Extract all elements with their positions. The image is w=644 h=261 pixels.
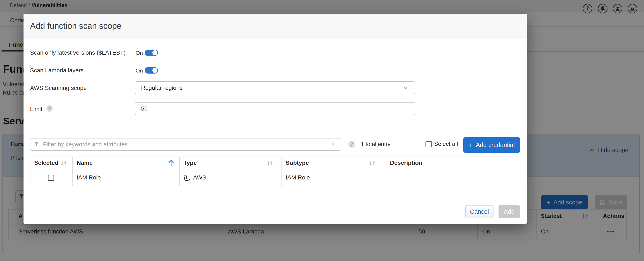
limit-help-icon[interactable]: ? [46,105,53,112]
row-select-checkbox[interactable] [48,175,54,181]
limit-input[interactable]: 50 [135,102,415,115]
scan-layers-toggle[interactable] [145,67,158,74]
col-header-description[interactable]: Description [390,159,422,166]
modal-table-border [520,157,520,186]
amazon-icon: a [183,172,191,182]
modal-table-border [386,157,386,186]
modal-table-border [30,186,520,186]
toggle-knob [152,50,158,55]
cell-name: IAM Role [76,174,101,181]
label-limit: Limit [30,106,42,112]
select-all-checkbox[interactable] [426,141,432,147]
cell-subtype: IAM Role [286,174,310,181]
add-credential-button[interactable]: + Add credential [463,137,520,153]
chevron-down-icon [403,86,408,90]
col-header-name[interactable]: Name [76,159,92,166]
modal-table-border [30,157,520,157]
add-credential-label: Add credential [476,142,515,149]
toggle-state-label: On [136,50,143,56]
toggle-knob [152,68,158,73]
add-button[interactable]: Add [498,205,520,218]
toggle-state-label: On [136,68,143,74]
credentials-filter-input[interactable] [30,138,341,151]
add-function-scan-scope-modal: Add function scan scope Scan only latest… [24,14,527,224]
scan-latest-toggle[interactable] [145,50,158,56]
cancel-button[interactable]: Cancel [465,205,494,218]
filter-funnel-icon [34,141,39,147]
label-scan-latest: Scan only latest versions ($LATEST) [30,49,126,56]
modal-header: Add function scan scope [24,14,527,39]
aws-scanning-scope-select[interactable]: Regular regions [135,81,415,94]
label-aws-scanning-scope: AWS Scanning scope [30,85,87,91]
modal-table-border [179,157,180,186]
modal-table-border [72,157,73,186]
total-entries-label: 1 total entry [361,141,390,148]
clear-filter-icon[interactable]: × [332,141,336,147]
limit-value: 50 [141,105,148,112]
modal-footer-divider [24,198,527,198]
sort-icon[interactable] [266,160,274,167]
add-label: Add [504,208,515,215]
filter-help-icon[interactable]: ? [348,141,356,148]
modal-table-border [30,171,520,171]
plus-icon: + [469,141,473,149]
selected-option: Regular regions [141,85,182,91]
sort-icon[interactable] [60,160,68,167]
sort-icon[interactable] [369,160,376,167]
select-all-label: Select all [434,141,458,147]
app-root: Defend/Vulnerabilities ? Code Funct Func… [0,0,644,261]
cell-type: AWS [193,174,206,181]
modal-table-border [282,157,282,186]
cancel-label: Cancel [470,208,489,215]
modal-title: Add function scan scope [30,21,122,31]
col-header-subtype[interactable]: Subtype [286,159,309,166]
col-header-type[interactable]: Type [184,159,197,166]
sort-ascending-icon[interactable] [168,159,174,167]
modal-table-border [30,157,30,186]
col-header-selected[interactable]: Selected [34,159,58,166]
label-scan-layers: Scan Lambda layers [30,67,84,74]
